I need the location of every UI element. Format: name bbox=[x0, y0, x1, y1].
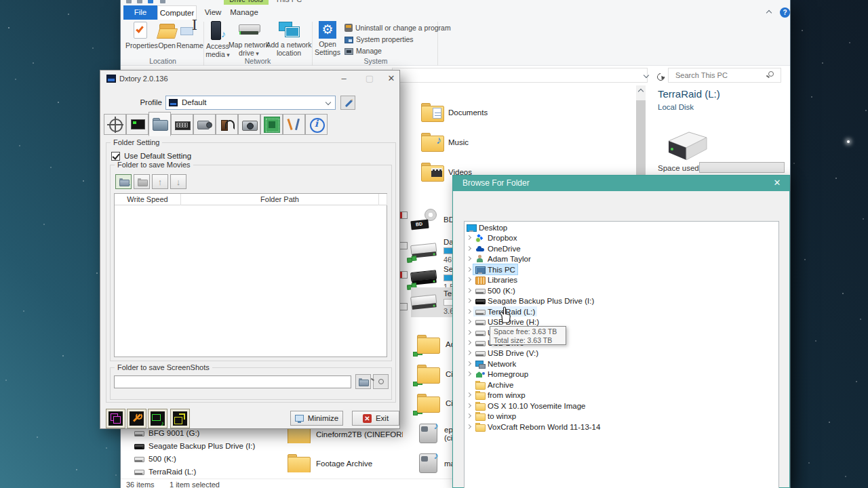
scroll-up-icon[interactable] bbox=[638, 89, 644, 94]
search-input[interactable]: Search This PC bbox=[668, 68, 781, 83]
expander-icon[interactable] bbox=[467, 361, 471, 366]
sidebar-item-500-k[interactable]: 500 (K:) bbox=[134, 453, 176, 465]
dxtory-tab-codec[interactable] bbox=[260, 114, 283, 135]
tab-computer[interactable]: Computer bbox=[157, 5, 197, 20]
expander-icon[interactable] bbox=[467, 256, 471, 261]
tab-file[interactable]: File bbox=[123, 5, 157, 20]
open-settings-button[interactable]: ⚙ Open Settings bbox=[313, 21, 342, 56]
tree-item-usb-drive-v[interactable]: USB Drive (V:) bbox=[465, 348, 778, 359]
tree-item-libraries[interactable]: Libraries bbox=[465, 274, 778, 285]
use-default-checkbox[interactable] bbox=[111, 152, 120, 161]
quick-access-icon[interactable] bbox=[126, 0, 132, 3]
expander-icon[interactable] bbox=[467, 403, 471, 408]
quick-access-up-icon[interactable] bbox=[148, 0, 153, 3]
sidebar-item-seagate-backup-plus-drive-i[interactable]: Seagate Backup Plus Drive (I:) bbox=[134, 440, 255, 452]
expander-icon[interactable] bbox=[467, 277, 471, 282]
dxtory-tab-about[interactable] bbox=[305, 114, 328, 135]
tree-item-to-winxp[interactable]: to winxp bbox=[465, 411, 778, 422]
screenshots-path-input[interactable] bbox=[114, 375, 351, 388]
tree-item-body[interactable]: OneDrive bbox=[473, 243, 523, 253]
dxtory-tab-folders[interactable] bbox=[149, 112, 171, 136]
column-folder-path[interactable]: Folder Path bbox=[181, 194, 379, 205]
tile-music[interactable]: ♪Music bbox=[421, 133, 469, 151]
tree-item-homegroup[interactable]: Homegroup bbox=[465, 369, 778, 380]
tree-item-body[interactable]: USB Drive (V:) bbox=[473, 348, 540, 359]
expander-icon[interactable] bbox=[467, 350, 471, 355]
properties-button[interactable]: Properties bbox=[125, 22, 155, 49]
expander-icon[interactable] bbox=[467, 267, 471, 272]
share-tile-ad[interactable]: Ad bbox=[417, 335, 455, 353]
maximize-window-icon[interactable]: ▢ bbox=[362, 70, 377, 87]
dxtory-tab-audio[interactable] bbox=[216, 114, 238, 135]
tree-item-seagate-backup-plus-drive-i[interactable]: Seagate Backup Plus Drive (I:) bbox=[465, 296, 778, 306]
tab-manage[interactable]: Manage bbox=[228, 5, 260, 20]
expander-icon[interactable] bbox=[467, 235, 471, 240]
refresh-icon[interactable] bbox=[656, 72, 666, 82]
quick-access-icon[interactable] bbox=[137, 0, 142, 3]
expander-icon[interactable] bbox=[467, 319, 471, 324]
dialog-titlebar[interactable]: Browse For Folder ✕ bbox=[453, 176, 789, 191]
tile-documents[interactable]: Documents bbox=[421, 103, 488, 121]
tree-item-archive[interactable]: Archive bbox=[465, 380, 778, 390]
dxtory-tab-monitor-capture[interactable] bbox=[126, 114, 149, 135]
dxtory-tab-movie-capture[interactable] bbox=[193, 114, 216, 135]
expander-icon[interactable] bbox=[467, 413, 471, 418]
dxtory-tab-overlay[interactable] bbox=[104, 114, 126, 135]
tree-item-from-winxp[interactable]: from winxp bbox=[465, 390, 778, 401]
tree-item-os-x-10-10-yosemite-image[interactable]: OS X 10.10 Yosemite Image bbox=[465, 401, 778, 411]
tree-item-body[interactable]: Desktop bbox=[465, 223, 509, 233]
rename-button[interactable]: Rename bbox=[175, 22, 205, 49]
tree-item-dropbox[interactable]: Dropbox bbox=[465, 232, 778, 243]
dxtory-titlebar[interactable]: Dxtory 2.0.136 – ▢ ✕ bbox=[100, 70, 399, 87]
tree-item-voxcraft-reborn-world-11-13-14[interactable]: VoxCraft Reborn World 11-13-14 bbox=[465, 422, 778, 432]
tree-item-body[interactable]: Homegroup bbox=[473, 369, 530, 380]
tree-item-body[interactable]: VoxCraft Reborn World 11-13-14 bbox=[473, 422, 602, 432]
expander-icon[interactable] bbox=[467, 340, 471, 345]
dxtory-tab-tools[interactable] bbox=[283, 114, 305, 135]
dialog-close-icon[interactable]: ✕ bbox=[770, 176, 784, 191]
tree-item-body[interactable]: 500 (K:) bbox=[473, 285, 517, 296]
media-tile-epo[interactable]: epo(ci bbox=[419, 424, 457, 443]
tree-item-body[interactable]: Adam Taylor bbox=[473, 254, 533, 264]
column-write-speed[interactable]: Write Speed bbox=[115, 194, 181, 205]
expander-icon[interactable] bbox=[467, 329, 471, 334]
window-capture-toggle[interactable] bbox=[170, 409, 190, 428]
dxtory-tab-hotkeys[interactable] bbox=[171, 114, 193, 135]
media-tile-ma[interactable]: ma bbox=[419, 453, 455, 473]
expander-icon[interactable] bbox=[467, 309, 471, 314]
tab-view[interactable]: View bbox=[199, 5, 226, 20]
tree-item-this-pc[interactable]: This PC bbox=[465, 264, 778, 275]
capture-audio-toggle[interactable] bbox=[148, 409, 167, 428]
file-tile-footage-archive[interactable]: Footage Archive bbox=[288, 454, 406, 472]
move-up-button[interactable]: ↑ bbox=[152, 174, 168, 189]
combo-dropdown-icon[interactable] bbox=[326, 100, 331, 105]
tree-item-adam-taylor[interactable]: Adam Taylor bbox=[465, 253, 778, 264]
dxtory-tab-screenshot[interactable] bbox=[238, 114, 260, 135]
expander-icon[interactable] bbox=[467, 288, 471, 293]
tree-item-500-k[interactable]: 500 (K:) bbox=[465, 285, 778, 296]
tree-item-body[interactable]: Archive bbox=[473, 380, 515, 390]
help-icon[interactable]: ? bbox=[780, 7, 790, 18]
tree-item-onedrive[interactable]: OneDrive bbox=[465, 243, 778, 254]
uninstall-program-button[interactable]: Uninstall or change a program bbox=[344, 23, 451, 33]
minimize-button[interactable]: Minimize bbox=[290, 411, 343, 426]
expander-icon[interactable] bbox=[467, 371, 471, 376]
sidebar-item-terraraid-l[interactable]: TerraRaid (L:) bbox=[134, 466, 196, 478]
address-bar[interactable] bbox=[392, 68, 648, 83]
share-tile-cin[interactable]: Cin bbox=[417, 365, 457, 383]
quick-access-icon[interactable] bbox=[160, 0, 165, 3]
add-network-location-button[interactable]: Add a network location bbox=[263, 21, 315, 57]
profile-select[interactable]: Default bbox=[165, 96, 336, 110]
expander-icon[interactable] bbox=[467, 392, 471, 397]
movies-folder-list[interactable]: Write Speed Folder Path bbox=[114, 193, 387, 357]
expander-icon[interactable] bbox=[467, 424, 471, 429]
manage-button[interactable]: Manage bbox=[344, 46, 382, 56]
expander-icon[interactable] bbox=[467, 298, 471, 303]
move-down-button[interactable]: ↓ bbox=[170, 174, 186, 189]
tree-item-body[interactable]: Dropbox bbox=[473, 233, 519, 243]
tree-item-body[interactable]: Seagate Backup Plus Drive (I:) bbox=[473, 296, 596, 306]
tree-item-body[interactable]: Network bbox=[473, 359, 518, 369]
expander-icon[interactable] bbox=[467, 246, 471, 251]
system-properties-button[interactable]: System properties bbox=[344, 35, 414, 44]
close-window-icon[interactable]: ✕ bbox=[384, 70, 399, 87]
